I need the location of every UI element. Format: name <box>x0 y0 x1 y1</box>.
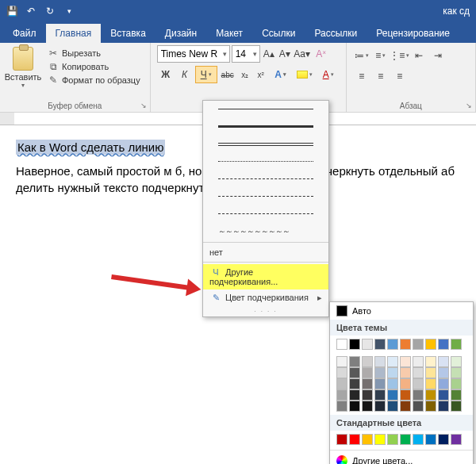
change-case-button[interactable]: Aa▾ <box>294 45 311 63</box>
color-swatch[interactable] <box>349 378 360 389</box>
tab-review[interactable]: Рецензирование <box>367 24 459 43</box>
color-swatch[interactable] <box>451 389 462 401</box>
italic-button[interactable]: К <box>176 66 194 83</box>
superscript-button[interactable]: x² <box>254 66 268 83</box>
color-swatch[interactable] <box>336 339 347 350</box>
clipboard-launcher-icon[interactable]: ↘ <box>140 102 147 109</box>
color-swatch[interactable] <box>413 389 424 401</box>
align-right-button[interactable]: ≡ <box>391 67 409 85</box>
color-swatch[interactable] <box>451 434 462 445</box>
color-swatch[interactable] <box>349 389 360 401</box>
color-swatch[interactable] <box>387 339 398 350</box>
color-swatch[interactable] <box>336 434 347 445</box>
color-swatch[interactable] <box>362 434 373 445</box>
color-swatch[interactable] <box>336 389 347 401</box>
color-swatch[interactable] <box>438 356 449 367</box>
color-swatch[interactable] <box>425 356 436 367</box>
color-swatch[interactable] <box>349 367 360 378</box>
color-swatch[interactable] <box>387 356 398 367</box>
underline-style-dot-dash[interactable] <box>203 188 328 205</box>
color-swatch[interactable] <box>451 378 462 389</box>
color-swatch[interactable] <box>349 339 360 350</box>
qa-customize-icon[interactable]: ▾ <box>60 2 78 20</box>
color-swatch[interactable] <box>374 389 386 401</box>
color-swatch[interactable] <box>425 434 436 445</box>
tab-references[interactable]: Ссылки <box>252 24 305 43</box>
align-center-button[interactable]: ≡ <box>372 67 390 85</box>
color-swatch[interactable] <box>425 389 436 401</box>
paragraph-launcher-icon[interactable]: ↘ <box>466 102 472 109</box>
shrink-font-button[interactable]: A▾ <box>278 45 292 63</box>
text-effects-button[interactable]: A <box>270 66 292 83</box>
multilevel-button[interactable]: ⋮≡ <box>391 47 409 64</box>
color-swatch[interactable] <box>425 339 436 350</box>
increase-indent-button[interactable]: ⇥ <box>429 47 447 64</box>
color-swatch[interactable] <box>438 434 449 445</box>
tab-home[interactable]: Главная <box>46 24 102 43</box>
color-swatch[interactable] <box>362 367 373 378</box>
color-swatch[interactable] <box>400 434 411 445</box>
color-swatch[interactable] <box>362 339 373 350</box>
menu-resize-grip-icon[interactable]: ∙ ∙ ∙ ∙ <box>203 306 328 316</box>
color-swatch[interactable] <box>362 389 373 401</box>
color-swatch[interactable] <box>400 367 411 378</box>
color-swatch[interactable] <box>451 401 462 412</box>
color-swatch[interactable] <box>413 401 424 412</box>
color-swatch[interactable] <box>425 367 436 378</box>
tab-insert[interactable]: Вставка <box>101 24 155 43</box>
underline-more-styles[interactable]: ЧДругие подчеркивания... <box>203 264 328 290</box>
color-swatch[interactable] <box>400 356 411 367</box>
more-colors[interactable]: Другие цвета... <box>330 452 473 464</box>
underline-none[interactable]: нет <box>203 244 328 260</box>
color-swatch[interactable] <box>400 339 411 350</box>
highlight-button[interactable] <box>294 66 316 83</box>
subscript-button[interactable]: x₂ <box>238 66 252 83</box>
color-swatch[interactable] <box>387 367 398 378</box>
underline-style-single[interactable] <box>203 101 328 118</box>
color-swatch[interactable] <box>400 389 411 401</box>
underline-style-double[interactable] <box>203 136 328 153</box>
color-swatch[interactable] <box>349 401 360 412</box>
decrease-indent-button[interactable]: ⇤ <box>410 47 428 64</box>
format-painter-button[interactable]: ✎Формат по образцу <box>44 74 144 86</box>
color-swatch[interactable] <box>425 401 436 412</box>
color-swatch[interactable] <box>387 434 398 445</box>
color-swatch[interactable] <box>451 356 462 367</box>
color-swatch[interactable] <box>413 367 424 378</box>
color-swatch[interactable] <box>413 356 424 367</box>
color-swatch[interactable] <box>349 434 360 445</box>
color-swatch[interactable] <box>400 378 411 389</box>
selected-title-text[interactable]: Как в Word сделать линию <box>16 140 165 155</box>
color-swatch[interactable] <box>374 434 386 445</box>
underline-style-dotted[interactable] <box>203 153 328 171</box>
color-swatch[interactable] <box>336 356 347 367</box>
color-swatch[interactable] <box>451 339 462 350</box>
color-swatch[interactable] <box>349 356 360 367</box>
underline-style-wave[interactable]: ～～～～～～～～～～ <box>203 223 328 240</box>
color-swatch[interactable] <box>336 401 347 412</box>
underline-button[interactable]: Ч <box>195 66 217 83</box>
color-swatch[interactable] <box>374 356 386 367</box>
color-swatch[interactable] <box>400 401 411 412</box>
clear-formatting-button[interactable]: Aˣ <box>313 45 330 63</box>
color-swatch[interactable] <box>387 401 398 412</box>
color-swatch[interactable] <box>413 339 424 350</box>
underline-style-thick[interactable] <box>203 118 328 136</box>
color-swatch[interactable] <box>451 367 462 378</box>
tab-file[interactable]: Файл <box>3 24 46 43</box>
color-swatch[interactable] <box>336 378 347 389</box>
color-swatch[interactable] <box>374 401 386 412</box>
color-swatch[interactable] <box>387 389 398 401</box>
strikethrough-button[interactable]: abc <box>219 66 236 83</box>
copy-button[interactable]: ⧉Копировать <box>44 60 144 73</box>
font-color-button[interactable]: A <box>317 66 340 83</box>
cut-button[interactable]: ✂Вырезать <box>44 47 144 59</box>
color-swatch[interactable] <box>374 367 386 378</box>
font-name-combo[interactable]: Times New R <box>157 45 230 63</box>
color-swatch[interactable] <box>362 401 373 412</box>
redo-icon[interactable]: ↻ <box>41 2 59 20</box>
color-swatch[interactable] <box>362 356 373 367</box>
color-swatch[interactable] <box>387 378 398 389</box>
color-swatch[interactable] <box>438 389 449 401</box>
color-swatch[interactable] <box>374 378 386 389</box>
